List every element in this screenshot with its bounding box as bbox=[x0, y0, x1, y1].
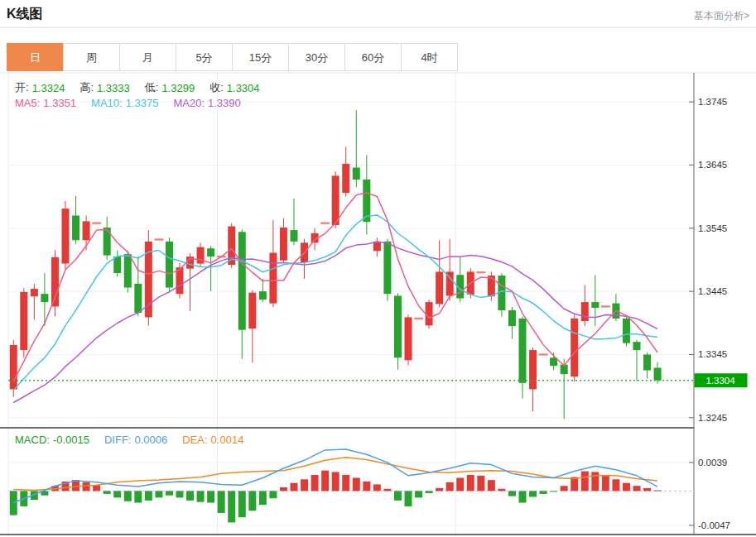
close-value: 1.3304 bbox=[227, 82, 260, 94]
candlestick bbox=[166, 237, 173, 292]
macd-bar bbox=[394, 491, 402, 500]
macd-bar bbox=[332, 472, 339, 491]
ma10-value: 1.3375 bbox=[126, 97, 159, 109]
tab-4hour[interactable]: 4时 bbox=[401, 43, 458, 71]
price-axis-label: 1.3545 bbox=[698, 223, 727, 233]
candle-body bbox=[643, 354, 651, 370]
fundamental-analysis-link[interactable]: 基本面分析> bbox=[694, 9, 749, 23]
tab-week[interactable]: 周 bbox=[63, 43, 120, 71]
ma5-label: MA5: bbox=[15, 97, 40, 109]
candlestick bbox=[643, 352, 651, 378]
macd-bar bbox=[353, 477, 360, 491]
macd-bar bbox=[311, 475, 319, 491]
flat-candle-dash bbox=[601, 305, 610, 307]
open-value: 1.3324 bbox=[32, 82, 65, 94]
candle-body bbox=[238, 232, 246, 329]
candle-body bbox=[383, 242, 391, 294]
candle-body bbox=[280, 228, 287, 261]
candlestick bbox=[342, 146, 349, 196]
candlestick bbox=[456, 257, 464, 302]
candlestick bbox=[353, 110, 360, 187]
ma20-value: 1.3390 bbox=[208, 97, 241, 109]
macd-bar bbox=[280, 487, 287, 491]
candlestick bbox=[539, 353, 548, 355]
candle-body bbox=[342, 164, 349, 193]
macd-bar bbox=[207, 491, 214, 502]
macd-bar bbox=[477, 476, 484, 491]
macd-bar bbox=[104, 491, 111, 494]
candle-body bbox=[332, 175, 339, 225]
macd-bar bbox=[259, 491, 267, 505]
candlestick bbox=[62, 201, 70, 269]
macd-bar bbox=[529, 491, 537, 496]
macd-bar bbox=[134, 491, 142, 502]
candlestick bbox=[601, 305, 610, 307]
macd-bar bbox=[456, 477, 464, 491]
last-price-badge-text: 1.3304 bbox=[705, 376, 735, 386]
candle-body bbox=[145, 242, 152, 318]
candlestick bbox=[238, 229, 246, 358]
period-tab-bar: 日周月5分15分30分60分4时 bbox=[7, 43, 458, 71]
candle-body bbox=[291, 230, 298, 242]
macd-axis-label: -0.0047 bbox=[698, 520, 730, 530]
candlestick bbox=[154, 238, 163, 240]
candle-body bbox=[654, 367, 662, 380]
dea-value: 0.0014 bbox=[211, 434, 244, 446]
macd-bar bbox=[10, 491, 17, 515]
candlestick bbox=[291, 199, 298, 245]
candlestick bbox=[633, 340, 641, 381]
candle-body bbox=[498, 276, 505, 310]
flat-candle-dash bbox=[414, 318, 423, 319]
price-axis-label: 1.3245 bbox=[698, 413, 727, 423]
candle-body bbox=[426, 302, 433, 325]
macd-bar bbox=[508, 491, 516, 496]
candle-body bbox=[124, 254, 132, 287]
candlestick bbox=[373, 237, 381, 257]
candlestick bbox=[623, 317, 630, 347]
ohlc-readout: 开: 1.3324 高: 1.3333 低: 1.3299 收: 1.3304 bbox=[15, 80, 260, 95]
candle-body bbox=[113, 257, 121, 273]
macd-bar bbox=[166, 491, 173, 495]
candle-body bbox=[259, 291, 267, 300]
candlestick bbox=[72, 196, 79, 244]
candlestick bbox=[207, 246, 214, 291]
candle-body bbox=[207, 248, 214, 257]
tab-5min[interactable]: 5分 bbox=[176, 43, 233, 71]
candlestick bbox=[476, 271, 485, 273]
macd-bar bbox=[654, 491, 662, 491]
candle-body bbox=[41, 294, 48, 302]
candlestick bbox=[20, 288, 27, 357]
macd-bar bbox=[498, 489, 505, 491]
macd-bar bbox=[321, 471, 329, 491]
candlestick bbox=[363, 155, 370, 234]
candlestick bbox=[571, 314, 578, 381]
macd-bar bbox=[436, 488, 443, 491]
high-value: 1.3333 bbox=[97, 82, 130, 94]
price-axis-label: 1.3645 bbox=[698, 160, 727, 170]
macd-bar bbox=[113, 491, 121, 497]
macd-bar bbox=[301, 479, 308, 491]
candlestick bbox=[51, 251, 59, 317]
candle-body bbox=[31, 289, 38, 296]
macd-bar bbox=[248, 491, 256, 511]
candlestick bbox=[104, 217, 111, 260]
macd-bar bbox=[426, 491, 433, 493]
diff-label: DIFF: bbox=[104, 434, 132, 446]
candlestick bbox=[10, 340, 17, 397]
tab-day[interactable]: 日 bbox=[7, 43, 64, 71]
tab-60min[interactable]: 60分 bbox=[344, 43, 402, 71]
tab-month[interactable]: 月 bbox=[119, 43, 176, 71]
candlestick bbox=[414, 318, 423, 319]
price-axis-label: 1.3745 bbox=[698, 97, 727, 107]
tab-30min[interactable]: 30分 bbox=[288, 43, 345, 71]
tab-15min[interactable]: 15分 bbox=[232, 43, 289, 71]
flat-candle-dash bbox=[476, 271, 485, 273]
macd-bar bbox=[124, 491, 132, 501]
candlestick bbox=[92, 222, 101, 223]
macd-bar bbox=[238, 491, 246, 517]
macd-bar bbox=[623, 483, 630, 491]
macd-axis-label: 0.0039 bbox=[698, 458, 727, 467]
macd-bar bbox=[342, 475, 349, 491]
flat-candle-dash bbox=[92, 222, 101, 223]
candlestick bbox=[113, 251, 121, 277]
